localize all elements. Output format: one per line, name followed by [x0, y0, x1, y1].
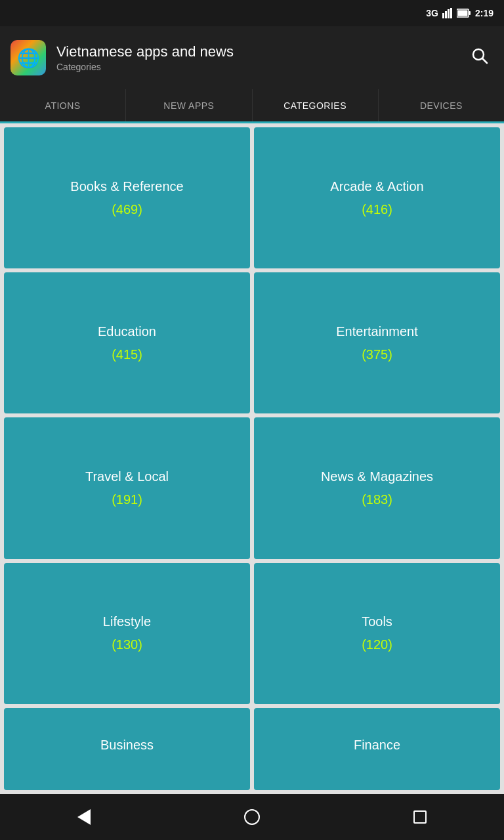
- category-name: Education: [98, 324, 156, 339]
- category-count: (415): [112, 347, 142, 362]
- tab-applications[interactable]: ations: [0, 89, 126, 121]
- category-name: Travel & Local: [85, 469, 169, 484]
- svg-rect-5: [469, 11, 471, 15]
- home-icon: [244, 809, 260, 825]
- category-news-magazines[interactable]: News & Magazines (183): [254, 417, 500, 558]
- search-button[interactable]: [466, 42, 494, 74]
- category-name: Business: [100, 738, 154, 753]
- category-count: (130): [112, 637, 142, 652]
- app-title-group: Vietnamese apps and news Categories: [56, 43, 466, 72]
- category-education[interactable]: Education (415): [4, 272, 250, 413]
- tab-bar: ations New apps Categories Devices: [0, 89, 504, 123]
- category-entertainment[interactable]: Entertainment (375): [254, 272, 500, 413]
- svg-rect-6: [457, 10, 467, 16]
- category-business[interactable]: Business: [4, 708, 250, 790]
- category-finance[interactable]: Finance: [254, 708, 500, 790]
- svg-rect-3: [450, 8, 452, 18]
- category-count: (191): [112, 492, 142, 507]
- category-count: (469): [112, 202, 142, 217]
- svg-line-8: [482, 58, 487, 63]
- category-lifestyle[interactable]: Lifestyle (130): [4, 563, 250, 704]
- recents-button[interactable]: [400, 797, 440, 837]
- category-name: Books & Reference: [70, 179, 183, 194]
- svg-rect-1: [445, 11, 447, 18]
- category-name: News & Magazines: [321, 469, 433, 484]
- category-arcade-action[interactable]: Arcade & Action (416): [254, 127, 500, 268]
- category-name: Lifestyle: [103, 614, 151, 629]
- svg-rect-2: [448, 9, 450, 18]
- category-travel-local[interactable]: Travel & Local (191): [4, 417, 250, 558]
- categories-grid: Books & Reference (469) Arcade & Action …: [0, 123, 504, 794]
- top-bar: 🌐 Vietnamese apps and news Categories: [0, 26, 504, 89]
- back-icon: [77, 809, 91, 825]
- category-count: (375): [362, 347, 392, 362]
- status-bar: 3G 2:19: [0, 0, 504, 26]
- tab-categories[interactable]: Categories: [253, 89, 379, 123]
- category-name: Tools: [362, 614, 392, 629]
- clock: 2:19: [475, 8, 494, 18]
- battery-icon: [457, 9, 471, 18]
- tab-new-apps[interactable]: New apps: [126, 89, 252, 121]
- category-name: Entertainment: [336, 324, 418, 339]
- back-button[interactable]: [64, 797, 104, 837]
- status-icons: 3G 2:19: [426, 8, 494, 18]
- search-icon: [471, 47, 488, 64]
- signal-icon: [442, 8, 453, 18]
- svg-rect-0: [442, 13, 444, 18]
- network-indicator: 3G: [426, 8, 438, 18]
- tab-devices[interactable]: Devices: [379, 89, 504, 121]
- category-count: (120): [362, 637, 392, 652]
- app-icon: 🌐: [10, 40, 46, 75]
- category-name: Finance: [354, 738, 400, 753]
- category-books-reference[interactable]: Books & Reference (469): [4, 127, 250, 268]
- bottom-nav: [0, 794, 504, 840]
- category-count: (183): [362, 492, 392, 507]
- category-name: Arcade & Action: [330, 179, 423, 194]
- app-title: Vietnamese apps and news: [56, 43, 466, 60]
- category-count: (416): [362, 202, 392, 217]
- recents-icon: [413, 810, 427, 824]
- app-subtitle: Categories: [56, 62, 466, 72]
- category-tools[interactable]: Tools (120): [254, 563, 500, 704]
- home-button[interactable]: [232, 797, 272, 837]
